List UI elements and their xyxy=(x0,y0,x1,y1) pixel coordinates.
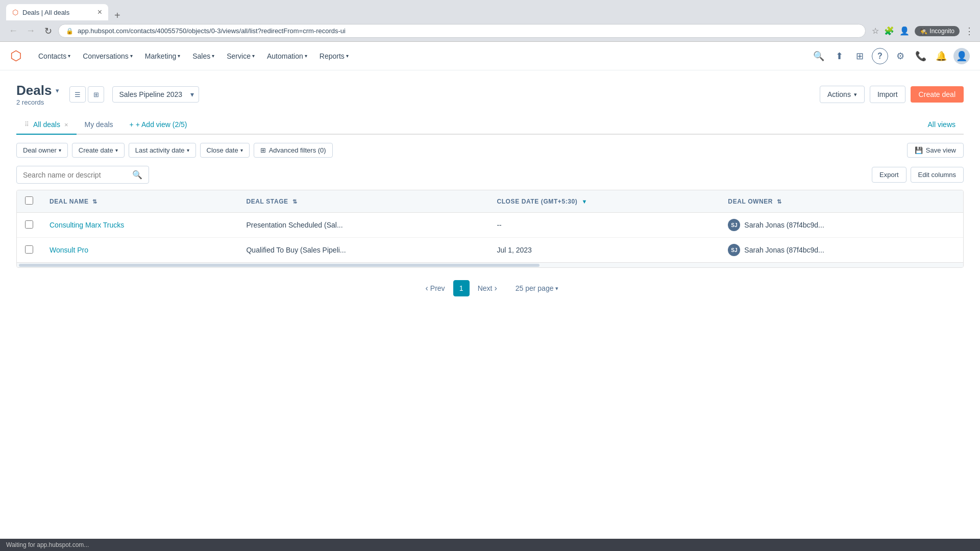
incognito-button[interactable]: 🕵 Incognito xyxy=(915,26,960,36)
tab-favicon: ⬡ xyxy=(12,8,18,16)
close-date-filter[interactable]: Close date ▾ xyxy=(200,143,250,158)
actions-button[interactable]: Actions ▾ xyxy=(820,86,865,103)
settings-icon-btn[interactable]: ⚙ xyxy=(892,48,909,64)
row2-checkbox-cell[interactable] xyxy=(17,238,41,263)
deal-stage-column-header[interactable]: DEAL STAGE ⇅ xyxy=(238,190,488,213)
deals-table: DEAL NAME ⇅ DEAL STAGE ⇅ CLOSE DATE (GMT… xyxy=(17,190,963,262)
nav-item-reports[interactable]: Reports ▾ xyxy=(313,48,355,64)
select-all-checkbox-cell[interactable] xyxy=(17,190,41,213)
all-views-button[interactable]: All views xyxy=(920,115,964,134)
sort-icon: ⇅ xyxy=(92,198,97,205)
edit-columns-button[interactable]: Edit columns xyxy=(911,167,964,183)
import-button[interactable]: Import xyxy=(870,86,905,103)
advanced-filters-button[interactable]: ⊞ Advanced filters (0) xyxy=(254,143,333,158)
select-all-checkbox[interactable] xyxy=(25,196,33,205)
deal-owner-filter[interactable]: Deal owner ▾ xyxy=(16,143,68,158)
create-date-chevron-icon: ▾ xyxy=(115,147,118,153)
forward-button[interactable]: → xyxy=(23,24,38,38)
nav-item-service[interactable]: Service ▾ xyxy=(220,48,261,64)
last-activity-date-filter[interactable]: Last activity date ▾ xyxy=(129,143,196,158)
my-deals-tab[interactable]: My deals xyxy=(77,115,121,135)
browser-menu-icon[interactable]: ⋮ xyxy=(965,26,974,37)
status-text: Waiting for app.hubspot.com... xyxy=(6,541,89,548)
page-number-1[interactable]: 1 xyxy=(453,280,470,296)
row1-checkbox-cell[interactable] xyxy=(17,213,41,238)
filters-bar: Deal owner ▾ Create date ▾ Last activity… xyxy=(16,143,964,158)
all-deals-tab[interactable]: ⠿ All deals × xyxy=(16,115,77,135)
row2-deal-name: Wonsult Pro xyxy=(41,238,238,263)
page-title-chevron-icon[interactable]: ▾ xyxy=(56,87,59,94)
all-deals-tab-close-icon[interactable]: × xyxy=(64,121,68,129)
per-page-button[interactable]: 25 per page ▾ xyxy=(516,284,559,292)
sort-icon: ⇅ xyxy=(292,198,298,205)
user-avatar[interactable]: 👤 xyxy=(953,48,970,64)
nav-item-marketing[interactable]: Marketing ▾ xyxy=(139,48,186,64)
upgrade-icon-btn[interactable]: ⬆ xyxy=(831,48,847,64)
new-tab-button[interactable]: + xyxy=(110,10,125,20)
export-button[interactable]: Export xyxy=(872,167,906,183)
help-icon-btn[interactable]: ? xyxy=(872,48,888,64)
marketplace-icon-btn[interactable]: ⊞ xyxy=(851,48,868,64)
deal-name-column-header[interactable]: DEAL NAME ⇅ xyxy=(41,190,238,213)
bookmark-icon[interactable]: ☆ xyxy=(872,26,879,36)
row2-deal-owner: SJ Sarah Jonas (87f4bc9d... xyxy=(720,238,963,263)
nav-item-contacts[interactable]: Contacts ▾ xyxy=(32,48,77,64)
row1-checkbox[interactable] xyxy=(25,220,33,229)
row2-deal-link[interactable]: Wonsult Pro xyxy=(50,246,88,254)
notifications-icon-btn[interactable]: 🔔 xyxy=(933,48,949,64)
tab-close-icon[interactable]: × xyxy=(97,8,102,17)
drag-handle-icon: ⠿ xyxy=(24,121,29,128)
search-box[interactable]: 🔍 xyxy=(16,166,149,184)
search-submit-icon[interactable]: 🔍 xyxy=(132,170,142,180)
nav-item-automation[interactable]: Automation ▾ xyxy=(261,48,313,64)
table-header: DEAL NAME ⇅ DEAL STAGE ⇅ CLOSE DATE (GMT… xyxy=(17,190,963,213)
prev-button[interactable]: ‹ Prev xyxy=(422,281,449,296)
deal-owner-chevron-icon: ▾ xyxy=(59,147,61,153)
row1-close-date: -- xyxy=(488,213,720,238)
search-export-row: 🔍 Export Edit columns xyxy=(16,166,964,184)
add-view-button[interactable]: + + Add view (2/5) xyxy=(121,115,195,134)
list-view-button[interactable]: ☰ xyxy=(69,86,86,103)
lock-icon: 🔒 xyxy=(66,28,74,35)
save-view-button[interactable]: 💾 Save view xyxy=(907,143,964,158)
row1-deal-name: Consulting Marx Trucks xyxy=(41,213,238,238)
pipeline-select[interactable]: Sales Pipeline 2023 xyxy=(112,86,199,103)
chevron-down-icon: ▾ xyxy=(252,53,255,59)
sort-icon: ⇅ xyxy=(777,198,782,205)
back-button[interactable]: ← xyxy=(6,24,20,38)
search-input[interactable] xyxy=(23,171,128,179)
row2-owner-avatar: SJ xyxy=(728,244,740,256)
close-date-chevron-icon: ▾ xyxy=(240,147,243,153)
pipeline-select-wrapper[interactable]: Sales Pipeline 2023 ▾ xyxy=(112,86,199,103)
grid-view-button[interactable]: ⊞ xyxy=(88,86,104,103)
view-toggles: ☰ ⊞ xyxy=(69,86,104,103)
next-button[interactable]: Next › xyxy=(474,281,501,296)
address-bar[interactable]: 🔒 app.hubspot.com/contacts/40055750/obje… xyxy=(58,24,866,38)
chevron-down-icon: ▾ xyxy=(346,53,349,59)
close-date-column-header[interactable]: CLOSE DATE (GMT+5:30) ▼ xyxy=(488,190,720,213)
reload-button[interactable]: ↻ xyxy=(41,24,55,38)
row1-deal-link[interactable]: Consulting Marx Trucks xyxy=(50,221,124,229)
sort-desc-icon: ▼ xyxy=(581,198,587,205)
nav-item-conversations[interactable]: Conversations ▾ xyxy=(77,48,139,64)
browser-tab[interactable]: ⬡ Deals | All deals × xyxy=(6,4,108,20)
nav-item-sales[interactable]: Sales ▾ xyxy=(186,48,220,64)
create-deal-button[interactable]: Create deal xyxy=(911,86,964,103)
search-icon-btn[interactable]: 🔍 xyxy=(811,48,827,64)
user-profile-icon[interactable]: 👤 xyxy=(899,26,910,36)
extensions-icon[interactable]: 🧩 xyxy=(884,26,894,36)
deals-table-wrapper: DEAL NAME ⇅ DEAL STAGE ⇅ CLOSE DATE (GMT… xyxy=(16,190,964,268)
hubspot-logo[interactable]: ⬡ xyxy=(10,48,22,64)
phone-icon-btn[interactable]: 📞 xyxy=(913,48,929,64)
table-row: Consulting Marx Trucks Presentation Sche… xyxy=(17,213,963,238)
chevron-down-icon: ▾ xyxy=(212,53,214,59)
chevron-down-icon: ▾ xyxy=(68,53,70,59)
deal-owner-column-header[interactable]: DEAL OWNER ⇅ xyxy=(720,190,963,213)
table-scrollbar[interactable] xyxy=(17,262,963,267)
create-date-filter[interactable]: Create date ▾ xyxy=(72,143,125,158)
top-navbar: ⬡ Contacts ▾ Conversations ▾ Marketing ▾… xyxy=(0,42,980,70)
row1-owner-name: Sarah Jonas (87f4bc9d... xyxy=(744,221,824,229)
row2-owner-name: Sarah Jonas (87f4bc9d... xyxy=(744,246,824,254)
chevron-down-icon: ▾ xyxy=(130,53,133,59)
row2-checkbox[interactable] xyxy=(25,245,33,254)
